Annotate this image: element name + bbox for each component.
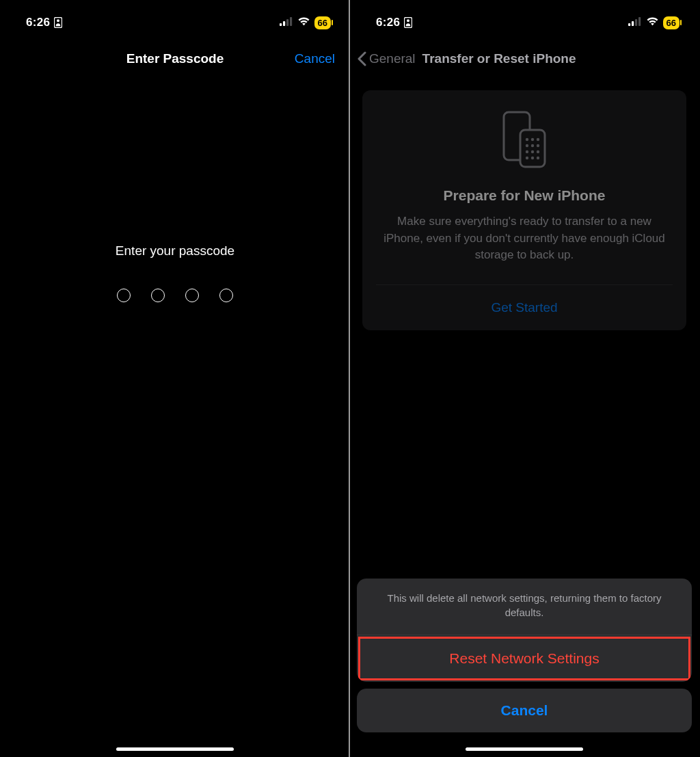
svg-rect-5	[290, 17, 292, 26]
back-button[interactable]: General	[357, 51, 416, 66]
back-label: General	[369, 51, 416, 66]
reset-network-settings-button[interactable]: Reset Network Settings	[357, 635, 692, 682]
battery-indicator: 66	[663, 16, 679, 29]
battery-indicator: 66	[314, 16, 331, 29]
passcode-dot	[151, 289, 165, 302]
status-time: 6:26	[26, 16, 62, 29]
passcode-screen: 6:26 66 Enter Passcode Cancel Enter your…	[0, 0, 350, 757]
wifi-icon	[646, 16, 659, 29]
home-indicator[interactable]	[116, 747, 234, 751]
id-badge-icon	[404, 17, 412, 28]
cellular-icon	[628, 16, 642, 29]
svg-rect-10	[635, 19, 637, 26]
svg-point-22	[537, 150, 539, 153]
svg-point-17	[526, 144, 528, 147]
card-title: Prepare for New iPhone	[379, 187, 670, 204]
clock-text: 6:26	[376, 16, 400, 29]
cancel-button[interactable]: Cancel	[295, 51, 335, 66]
passcode-dot	[219, 289, 233, 302]
svg-point-15	[531, 138, 534, 141]
svg-rect-13	[520, 130, 545, 167]
status-time: 6:26	[376, 16, 412, 29]
action-sheet: This will delete all network settings, r…	[350, 579, 699, 732]
svg-rect-4	[286, 19, 288, 26]
svg-rect-8	[628, 23, 630, 26]
svg-point-18	[531, 144, 534, 147]
status-indicators: 66	[280, 16, 331, 29]
clock-text: 6:26	[26, 16, 50, 29]
nav-bar: General Transfer or Reset iPhone	[350, 41, 699, 77]
svg-point-24	[531, 157, 534, 159]
prepare-card: Prepare for New iPhone Make sure everyth…	[362, 90, 686, 330]
status-bar: 6:26 66	[0, 0, 350, 37]
cancel-button[interactable]: Cancel	[357, 689, 692, 732]
nav-bar: Enter Passcode Cancel	[0, 41, 350, 77]
id-badge-icon	[54, 17, 62, 28]
svg-point-21	[531, 150, 534, 153]
wifi-icon	[297, 16, 310, 29]
svg-point-25	[537, 157, 539, 159]
card-description: Make sure everything's ready to transfer…	[379, 213, 670, 264]
svg-point-14	[526, 138, 528, 141]
reset-label: Reset Network Settings	[449, 650, 599, 666]
passcode-body: Enter your passcode	[0, 243, 350, 302]
svg-point-16	[537, 138, 539, 141]
svg-rect-9	[632, 21, 634, 26]
svg-point-19	[537, 144, 539, 147]
svg-point-23	[526, 157, 528, 159]
passcode-dot	[185, 289, 199, 302]
content-area: Prepare for New iPhone Make sure everyth…	[350, 77, 699, 330]
page-title: Transfer or Reset iPhone	[422, 51, 576, 66]
page-title: Enter Passcode	[126, 51, 224, 66]
status-indicators: 66	[628, 16, 679, 29]
passcode-dots[interactable]	[117, 289, 233, 302]
svg-rect-2	[280, 23, 282, 26]
chevron-left-icon	[357, 51, 366, 66]
home-indicator[interactable]	[466, 747, 583, 751]
svg-point-1	[57, 19, 59, 22]
sheet-message: This will delete all network settings, r…	[357, 579, 692, 635]
svg-point-20	[526, 150, 528, 153]
status-bar: 6:26 66	[350, 0, 699, 37]
svg-rect-11	[638, 17, 641, 26]
passcode-prompt: Enter your passcode	[116, 243, 234, 258]
cellular-icon	[280, 16, 293, 29]
passcode-dot	[117, 289, 131, 302]
svg-point-7	[407, 19, 409, 22]
svg-rect-3	[283, 21, 285, 26]
get-started-button[interactable]: Get Started	[362, 285, 686, 330]
reset-screen: 6:26 66 General Transfer or Reset iPhone	[349, 0, 699, 757]
devices-icon	[500, 109, 549, 172]
